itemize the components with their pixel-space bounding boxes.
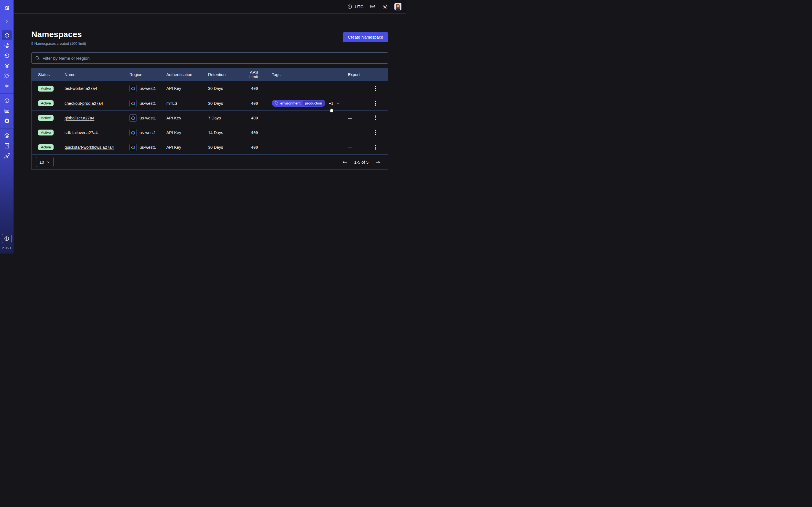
tag-key: environment (280, 101, 301, 105)
sidebar-item-workflows[interactable] (2, 40, 12, 50)
row-menu-button[interactable] (372, 99, 379, 108)
auth-cell: API Key (166, 116, 208, 120)
retention-cell: 30 Days (208, 86, 241, 91)
sidebar-item-settings[interactable] (2, 116, 12, 126)
row-menu-button[interactable] (372, 143, 379, 152)
layers-icon (4, 63, 10, 69)
status-badge: Active (38, 129, 54, 135)
page-size-select[interactable]: 10 (36, 157, 54, 167)
col-retention: Retention (208, 72, 241, 77)
sidebar-item-support[interactable] (2, 130, 12, 140)
page-size-value: 10 (40, 160, 44, 165)
table-row: Active test-worker.a27a4 us-west1 API Ke… (32, 81, 388, 96)
region-label: us-west1 (140, 101, 156, 106)
aps-limit-cell: 400 (241, 86, 258, 91)
filter-input[interactable] (43, 56, 385, 61)
dollar-badge-icon (4, 236, 10, 241)
sidebar-divider (0, 128, 13, 128)
table-row: Active checkout-prod.a27a4 us-west1 mTLS… (32, 96, 388, 110)
status-badge: Active (38, 115, 54, 121)
next-page-button[interactable]: → (375, 159, 380, 165)
sidebar-item-usage[interactable] (2, 96, 12, 106)
topbar: UTC (13, 0, 406, 13)
billing-usage-button[interactable] (2, 234, 11, 243)
sun-icon (382, 4, 388, 10)
retention-cell: 7 Days (208, 116, 241, 120)
col-name: Name (64, 72, 130, 77)
book-sparkle-icon (4, 143, 10, 149)
gcp-region-icon (130, 100, 137, 107)
tag-icon (274, 101, 278, 105)
export-cell: — (347, 145, 372, 150)
col-region: Region (130, 72, 166, 77)
row-menu-button[interactable] (372, 84, 379, 93)
auth-cell: API Key (166, 130, 208, 135)
sidebar-item-deployments[interactable] (2, 71, 12, 81)
table-row: Active quickstart-workflows.a27a4 us-wes… (32, 140, 388, 154)
aps-limit-cell: 400 (241, 101, 258, 106)
col-aps-limit: APS Limit (241, 70, 258, 79)
namespace-link[interactable]: sdk-failover.a27a4 (64, 130, 98, 135)
timezone-label: UTC (355, 4, 363, 9)
region-label: us-west1 (140, 116, 156, 120)
asterisk-icon (4, 83, 10, 89)
namespace-count-subtitle: 5 Namespaces created (100 limit) (31, 41, 86, 46)
cube-icon (4, 33, 10, 38)
sidebar-item-nexus[interactable] (2, 81, 12, 91)
gear-icon (4, 118, 10, 124)
region-label: us-west1 (140, 145, 156, 150)
region-label: us-west1 (140, 86, 156, 91)
life-buoy-icon (4, 133, 10, 138)
gcp-region-icon (130, 85, 137, 92)
theme-toggle-button[interactable] (379, 2, 391, 11)
tag-pill[interactable]: environment production (272, 100, 325, 107)
tag-value: production (303, 101, 325, 106)
create-namespace-button[interactable]: Create Namespace (343, 32, 388, 42)
timezone-selector[interactable]: UTC (344, 2, 366, 11)
page-title: Namespaces (31, 30, 86, 39)
chevron-down-icon (336, 101, 341, 106)
export-cell: — (347, 101, 372, 106)
aps-limit-cell: 400 (241, 130, 258, 135)
previous-page-button[interactable]: ← (343, 159, 347, 165)
clock-icon (347, 4, 352, 9)
retention-cell: 14 Days (208, 130, 241, 135)
table-row: Active sdk-failover.a27a4 us-west1 API K… (32, 125, 388, 140)
auth-cell: mTLS (166, 101, 208, 106)
status-badge: Active (38, 144, 54, 150)
sidebar-item-billing[interactable] (2, 106, 12, 116)
reader-glasses-button[interactable] (366, 2, 379, 11)
sidebar-divider (0, 93, 13, 94)
tags-cell: environment production +1 (258, 100, 347, 107)
col-authentication: Authentication (166, 72, 208, 77)
tag-more-count: +1 (329, 101, 333, 106)
sidebar: 2.35.1 (0, 0, 13, 253)
namespace-link[interactable]: quickstart-workflows.a27a4 (64, 145, 114, 150)
gauge-icon (4, 98, 10, 104)
user-avatar[interactable] (394, 3, 402, 10)
tags-expand-button[interactable] (336, 101, 341, 106)
spiral-icon (4, 43, 10, 48)
sidebar-item-getting-started[interactable] (2, 151, 12, 161)
export-cell: — (347, 116, 372, 120)
row-menu-button[interactable] (372, 114, 379, 122)
sidebar-item-namespaces[interactable] (2, 30, 12, 40)
table-header: Status Name Region Authentication Retent… (32, 68, 388, 81)
temporal-logo-icon[interactable] (2, 3, 12, 13)
avatar-image (395, 3, 401, 10)
gcp-region-icon (130, 129, 137, 136)
auth-cell: API Key (166, 145, 208, 150)
sidebar-item-schedules[interactable] (2, 50, 12, 61)
search-icon (35, 55, 40, 61)
namespace-link[interactable]: test-worker.a27a4 (64, 86, 97, 91)
sidebar-item-batch-operations[interactable] (2, 61, 12, 71)
namespace-link[interactable]: checkout-prod.a27a4 (64, 101, 103, 106)
namespace-link[interactable]: globalizer.a27a4 (64, 116, 94, 120)
sidebar-expand-chevron-icon[interactable] (2, 16, 12, 26)
workflow-branch-icon (4, 73, 10, 79)
row-menu-button[interactable] (372, 128, 379, 137)
table-footer: 10 ← 1-5 of 5 → (32, 154, 388, 169)
glasses-icon (370, 4, 375, 10)
col-status: Status (38, 72, 64, 77)
sidebar-item-docs[interactable] (2, 140, 12, 151)
